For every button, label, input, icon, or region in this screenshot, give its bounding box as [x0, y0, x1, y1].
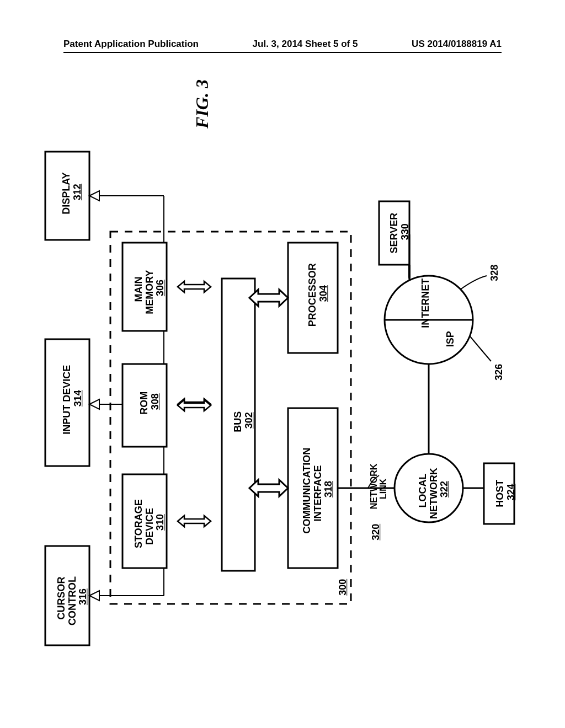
server-num: 330 — [399, 223, 410, 240]
internet-num: 328 — [489, 265, 500, 281]
header-center: Jul. 3, 2014 Sheet 5 of 5 — [253, 39, 358, 50]
isp-num: 326 — [493, 364, 504, 381]
input-label: INPUT DEVICE — [61, 365, 72, 435]
mainmem-num: 306 — [155, 280, 166, 296]
diagram-svg — [34, 77, 531, 684]
header-left: Patent Application Publication — [63, 39, 199, 50]
svg-marker-5 — [89, 399, 99, 409]
internet-label: INTERNET — [420, 279, 431, 328]
header-right: US 2014/0188819 A1 — [412, 39, 502, 50]
display-num: 312 — [72, 184, 83, 200]
display-label: DISPLAY — [61, 173, 72, 215]
processor-label: PROCESSOR — [307, 263, 318, 326]
localnet-label: LOCAL NETWORK — [417, 468, 439, 519]
host-label: HOST — [494, 480, 505, 507]
processor-num: 304 — [318, 285, 329, 302]
server-label: SERVER — [388, 213, 399, 254]
bus-label: BUS — [232, 411, 243, 432]
rom-label: ROM — [138, 392, 150, 415]
storage-num: 310 — [155, 514, 166, 531]
netlink-num: 320 — [370, 524, 381, 540]
comm-label: COMMUNICATION INTERFACE — [301, 448, 323, 534]
netlink-label: NETWORK LINK — [369, 464, 388, 510]
bus-num: 302 — [243, 412, 254, 429]
svg-marker-3 — [89, 191, 99, 201]
figure-title: FIG. 3 — [192, 79, 212, 129]
host-num: 324 — [505, 484, 516, 500]
page-header: Patent Application Publication Jul. 3, 2… — [63, 39, 502, 50]
figure-canvas: FIG. 3 DISPLAY 312 INPUT DEVICE 314 CURS… — [34, 77, 531, 684]
rom-num: 308 — [150, 393, 161, 410]
svg-marker-7 — [89, 591, 99, 601]
isp-label: ISP — [445, 331, 456, 347]
cursor-label: CURSOR CONTROL — [56, 576, 78, 625]
comm-num: 318 — [323, 481, 334, 497]
localnet-num: 322 — [439, 481, 450, 497]
cursor-num: 316 — [78, 588, 89, 605]
system-num: 300 — [337, 579, 348, 596]
storage-label: STORAGE DEVICE — [133, 499, 155, 548]
input-num: 314 — [72, 390, 83, 406]
mainmem-label: MAIN MEMORY — [133, 270, 155, 314]
